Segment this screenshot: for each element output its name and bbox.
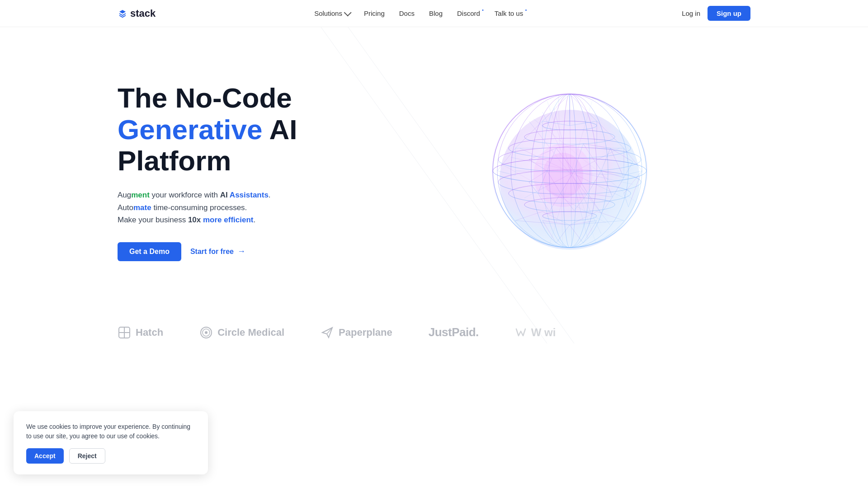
hatch-icon bbox=[118, 326, 131, 339]
nav-actions: Log in Sign up bbox=[682, 6, 750, 21]
svg-point-43 bbox=[205, 331, 208, 334]
cookie-banner: We use cookies to improve your experienc… bbox=[14, 411, 208, 474]
nav-link-solutions[interactable]: Solutions bbox=[314, 9, 349, 17]
logo-hatch: Hatch bbox=[118, 326, 163, 339]
arrow-icon: → bbox=[237, 247, 245, 256]
hero-title: The No-Code Generative AIPlatform bbox=[118, 82, 389, 176]
cookie-text: We use cookies to improve your experienc… bbox=[26, 422, 195, 441]
logo-circle-medical: Circle Medical bbox=[199, 326, 284, 339]
login-button[interactable]: Log in bbox=[682, 9, 700, 17]
ai-sphere bbox=[484, 85, 656, 258]
circle-medical-icon bbox=[199, 326, 213, 339]
nav-link-talk-to-us[interactable]: Talk to us bbox=[495, 9, 523, 17]
start-free-button[interactable]: Start for free → bbox=[190, 247, 245, 256]
signup-button[interactable]: Sign up bbox=[708, 6, 750, 21]
nav-link-blog[interactable]: Blog bbox=[429, 9, 443, 17]
logo-w-wi: W wi bbox=[515, 326, 556, 339]
nav-link-docs[interactable]: Docs bbox=[399, 9, 415, 17]
hero-content: The No-Code Generative AIPlatform Augmen… bbox=[118, 82, 389, 261]
hero-buttons: Get a Demo Start for free → bbox=[118, 242, 389, 261]
hero-section: The No-Code Generative AIPlatform Augmen… bbox=[0, 27, 868, 307]
logo-text: stack bbox=[130, 8, 156, 19]
paperplane-icon bbox=[321, 326, 334, 339]
hero-visual bbox=[389, 63, 750, 280]
logo-justpaid: JustPaid. bbox=[429, 325, 479, 339]
nav-links: Solutions Pricing Docs Blog Discord Talk… bbox=[314, 9, 523, 17]
chevron-down-icon bbox=[344, 9, 352, 16]
logo[interactable]: stack bbox=[118, 8, 156, 19]
cookie-buttons: Accept Reject bbox=[26, 448, 195, 464]
navigation: stack Solutions Pricing Docs Blog Discor… bbox=[0, 0, 868, 27]
w-wi-icon bbox=[515, 327, 527, 338]
stack-logo-icon bbox=[118, 9, 127, 19]
get-demo-button[interactable]: Get a Demo bbox=[118, 242, 181, 261]
nav-link-pricing[interactable]: Pricing bbox=[364, 9, 385, 17]
logo-paperplane: Paperplane bbox=[321, 326, 392, 339]
svg-point-35 bbox=[542, 153, 583, 198]
nav-link-discord[interactable]: Discord bbox=[457, 9, 480, 17]
reject-cookies-button[interactable]: Reject bbox=[69, 448, 105, 464]
hero-subtitle: Augment your workforce with AI Assistant… bbox=[118, 189, 389, 226]
accept-cookies-button[interactable]: Accept bbox=[26, 448, 64, 464]
